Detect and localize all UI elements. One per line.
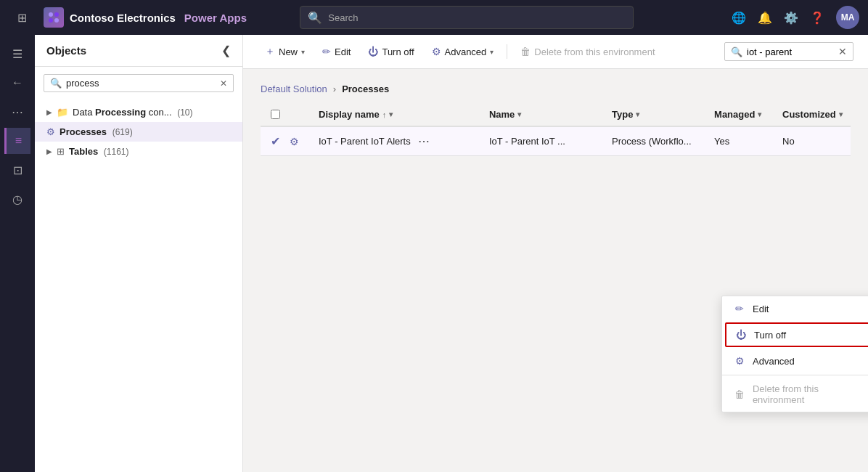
sidebar-hamburger[interactable]: ☰	[4, 41, 30, 67]
objects-search-input[interactable]	[66, 78, 216, 89]
row-name-value: IoT - Parent IoT ...	[489, 136, 565, 147]
avatar[interactable]: MA	[836, 6, 859, 29]
main-content: ＋ New ▾ ✏ Edit ⏻ Turn off ⚙ Advanced ▾ 🗑…	[243, 35, 868, 472]
name-caret[interactable]: ▾	[517, 110, 521, 118]
new-caret-icon: ▾	[301, 48, 305, 56]
filter-search-input[interactable]	[747, 46, 834, 57]
managed-caret[interactable]: ▾	[758, 110, 761, 118]
row-check-icon: ✔	[271, 134, 280, 148]
advanced-button[interactable]: ⚙ Advanced ▾	[425, 41, 501, 62]
svg-point-0	[49, 12, 53, 17]
tree-item-processes[interactable]: ⚙ Processes (619)	[35, 122, 242, 142]
col-name: Name ▾	[489, 109, 612, 120]
table-tree-icon: ⊞	[57, 146, 65, 157]
type-caret[interactable]: ▾	[636, 110, 639, 118]
name-header: Name	[489, 109, 515, 120]
col-check	[261, 110, 290, 119]
ctx-turnoff-label: Turn off	[754, 330, 786, 341]
page-header: Default Solution › Processes	[243, 69, 868, 103]
app-layout: ☰ ← ⋯ ≡ ⊡ ◷ Objects ❮ 🔍 ✕ ▶ 📁 Data Proce…	[0, 35, 868, 472]
toolbar-separator	[507, 44, 507, 59]
context-menu: ✏ Edit ⏻ Turn off ⚙ Advanced › 🗑 Delete …	[721, 296, 868, 412]
objects-search-box[interactable]: 🔍 ✕	[44, 74, 234, 92]
ctx-delete-icon: 🗑	[734, 388, 745, 400]
sidebar-list-icon[interactable]: ≡	[4, 128, 30, 154]
settings-icon[interactable]: ⚙️	[784, 11, 798, 25]
breadcrumb-separator: ›	[333, 84, 336, 94]
sort-asc-icon[interactable]: ↑	[382, 110, 387, 119]
sidebar-components-icon[interactable]: ⊡	[4, 157, 30, 183]
edit-icon: ✏	[322, 46, 331, 57]
grid-menu-icon[interactable]: ⊞	[9, 4, 35, 30]
sidebar-back[interactable]: ←	[4, 70, 30, 96]
delete-icon: 🗑	[520, 46, 531, 57]
svg-point-3	[54, 18, 59, 23]
new-button[interactable]: ＋ New ▾	[258, 41, 312, 62]
customized-caret[interactable]: ▾	[839, 110, 843, 118]
breadcrumb-parent[interactable]: Default Solution	[261, 84, 327, 94]
table-row: ✔ ⚙ IoT - Parent IoT Alerts ⋯ IoT - Pare…	[261, 127, 851, 156]
svg-point-1	[54, 12, 59, 17]
search-icon: 🔍	[308, 11, 322, 25]
row-display-name-cell: IoT - Parent IoT Alerts ⋯	[319, 134, 489, 148]
folder-icon: 📁	[57, 107, 68, 118]
display-name-caret[interactable]: ▾	[389, 110, 393, 118]
collapse-panel-button[interactable]: ❮	[221, 44, 231, 57]
edit-button[interactable]: ✏ Edit	[315, 41, 358, 62]
delete-button[interactable]: 🗑 Delete from this environment	[513, 41, 662, 62]
ctx-divider	[722, 375, 868, 375]
managed-header: Managed	[714, 109, 755, 120]
sidebar-more[interactable]: ⋯	[4, 99, 30, 125]
row-managed-value: Yes	[714, 136, 729, 147]
turnoff-button[interactable]: ⏻ Turn off	[361, 41, 421, 62]
tree-item-tables[interactable]: ▶ ⊞ Tables (1161)	[35, 142, 242, 161]
search-input[interactable]	[328, 12, 626, 23]
global-search[interactable]: 🔍	[300, 6, 634, 29]
environments-icon[interactable]: 🌐	[732, 11, 746, 25]
row-type-cell: Process (Workflo...	[612, 136, 714, 147]
nav-icons: 🌐 🔔 ⚙️ ❓ MA	[732, 6, 859, 29]
search-clear-button[interactable]: ✕	[220, 78, 227, 89]
ctx-delete-label: Delete from this environment	[753, 383, 868, 405]
sidebar-history-icon[interactable]: ◷	[4, 186, 30, 212]
power-icon: ⏻	[368, 46, 378, 57]
tree-item-data-processing[interactable]: ▶ 📁 Data Processing con... (10)	[35, 102, 242, 122]
row-process-icon-cell: ⚙	[290, 136, 319, 147]
ctx-turnoff-item[interactable]: ⏻ Turn off	[725, 322, 868, 347]
filter-search-box[interactable]: 🔍 ✕	[724, 42, 853, 61]
delete-label: Delete from this environment	[534, 46, 655, 57]
brand-logo: Contoso Electronics Power Apps	[44, 7, 247, 28]
brand-logo-icon	[44, 7, 64, 28]
row-name-cell: IoT - Parent IoT ...	[489, 136, 612, 147]
filter-close-button[interactable]: ✕	[838, 46, 847, 57]
row-type-value: Process (Workflo...	[612, 136, 692, 147]
row-customized-value: No	[782, 136, 795, 147]
select-all-checkbox[interactable]	[271, 110, 280, 119]
nav-tree: ▶ 📁 Data Processing con... (10) ⚙ Proces…	[35, 99, 242, 472]
ctx-edit-label: Edit	[753, 304, 769, 314]
help-icon[interactable]: ❓	[810, 11, 824, 25]
toolbar: ＋ New ▾ ✏ Edit ⏻ Turn off ⚙ Advanced ▾ 🗑…	[243, 35, 868, 69]
tree-expand-icon: ▶	[46, 147, 52, 155]
new-icon: ＋	[265, 45, 275, 58]
advanced-label: Advanced	[445, 46, 487, 57]
row-more-button[interactable]: ⋯	[414, 134, 434, 148]
breadcrumb-current: Processes	[342, 84, 389, 94]
table-header: Display name ↑ ▾ Name ▾ Type ▾ Managed ▾	[261, 103, 851, 127]
advanced-caret-icon: ▾	[490, 48, 494, 56]
ctx-delete-item[interactable]: 🗑 Delete from this environment	[722, 377, 868, 412]
ctx-advanced-item[interactable]: ⚙ Advanced ›	[722, 349, 868, 373]
process-tree-icon: ⚙	[46, 126, 55, 137]
col-managed: Managed ▾	[714, 109, 782, 120]
customized-header: Customized	[782, 109, 836, 120]
type-header: Type	[612, 109, 633, 120]
row-customized-cell: No	[782, 136, 851, 147]
display-name-header: Display name	[319, 109, 380, 120]
row-managed-cell: Yes	[714, 136, 782, 147]
row-display-name: IoT - Parent IoT Alerts	[319, 136, 411, 147]
ctx-edit-item[interactable]: ✏ Edit	[722, 296, 868, 321]
notifications-icon[interactable]: 🔔	[758, 11, 772, 25]
process-row-icon: ⚙	[290, 136, 299, 147]
ctx-edit-icon: ✏	[734, 303, 745, 314]
objects-title: Objects	[46, 44, 86, 57]
